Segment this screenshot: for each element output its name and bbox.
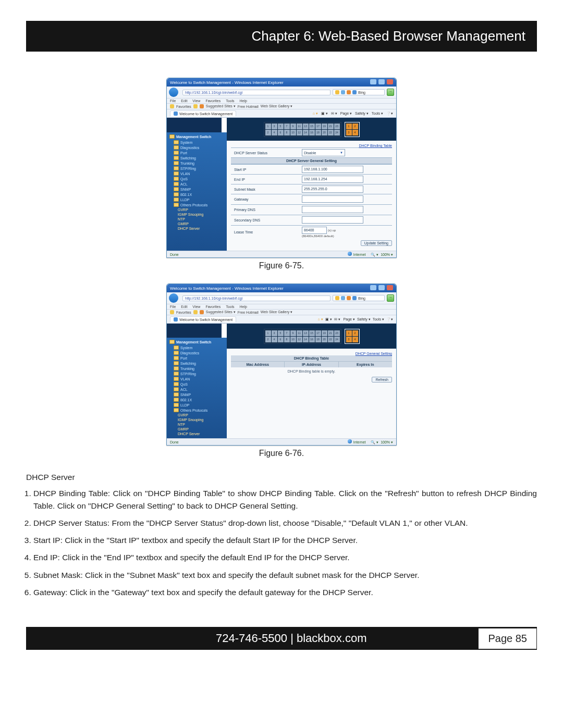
dhcp-general-setting-link[interactable]: DHCP General Setting — [356, 352, 392, 355]
nav-back-icon[interactable] — [169, 293, 178, 303]
mail-icon: ✉ ▾ — [331, 112, 337, 115]
binding-table-title: DHCP Binding Table — [231, 355, 392, 362]
feed-icon: ▣ ▾ — [321, 112, 328, 115]
refresh-button[interactable]: Refresh — [372, 377, 392, 382]
nav-sidebar: Management Switch System Diagnostics Por… — [167, 338, 227, 438]
maximize-icon[interactable] — [378, 79, 385, 84]
status-bar: Done Internet 🔍 ▾ 100% ▾ — [167, 251, 396, 257]
instruction-item: End IP: Click in the "End IP" textbox an… — [33, 551, 537, 563]
sidebar-subitem[interactable]: GVRP — [169, 207, 224, 212]
sidebar-item[interactable]: Port — [169, 150, 224, 155]
sidebar-item[interactable]: ACL — [169, 387, 224, 392]
subnet-mask-input[interactable]: 255.255.255.0 — [302, 186, 363, 193]
sidebar-item[interactable]: VLAN — [169, 376, 224, 381]
search-box[interactable]: Bing — [333, 295, 385, 301]
sidebar-item[interactable]: 802.1X — [169, 192, 224, 197]
menu-bar[interactable]: FileEditViewFavoritesToolsHelp — [167, 304, 396, 310]
close-icon[interactable] — [387, 285, 393, 290]
window-title: Welcome to Switch Management - Windows I… — [170, 80, 284, 85]
minimize-icon[interactable] — [370, 285, 376, 290]
sidebar-item[interactable]: STP/Ring — [169, 166, 224, 171]
end-ip-input[interactable]: 192.168.1.254 — [302, 176, 363, 183]
sidebar-item[interactable]: Switching — [169, 361, 224, 366]
sidebar-item[interactable]: Trunking — [169, 366, 224, 371]
update-setting-button[interactable]: Update Setting — [361, 240, 392, 246]
sidebar-item[interactable]: System — [169, 345, 224, 350]
sidebar-item[interactable]: Trunking — [169, 161, 224, 166]
maximize-icon[interactable] — [378, 285, 385, 290]
figure-6-75: Welcome to Switch Management - Windows I… — [26, 78, 537, 270]
chapter-title: Chapter 6: Web-Based Browser Management — [26, 21, 537, 52]
nav-back-icon[interactable] — [169, 88, 178, 97]
browser-tab[interactable]: Welcome to Switch Management — [170, 316, 236, 322]
sidebar-item[interactable]: LLDP — [169, 197, 224, 202]
sidebar-item[interactable]: System — [169, 140, 224, 145]
sidebar-item[interactable]: 802.1X — [169, 397, 224, 402]
browser-tab[interactable]: Welcome to Switch Management — [170, 110, 236, 116]
group-title: DHCP Server General Setting — [231, 157, 392, 164]
lease-time-input[interactable]: 86400 — [302, 227, 327, 234]
brand-logo — [167, 324, 222, 338]
body-text: DHCP Server DHCP Binding Table: Click on… — [26, 471, 537, 598]
sidebar-item[interactable]: Others Protocols — [169, 408, 224, 413]
sidebar-item[interactable]: SNMP — [169, 187, 224, 192]
dhcp-binding-table-link[interactable]: DHCP Binding Table — [359, 144, 392, 147]
sidebar-item[interactable]: VLAN — [169, 171, 224, 176]
footer-contact: 724-746-5500 | blackbox.com — [26, 632, 478, 645]
star-icon — [170, 104, 174, 108]
instruction-item: DHCP Server Status: From the "DHCP Serve… — [33, 517, 537, 529]
port-panel: 1357911131517192123 24681012141618202224… — [227, 324, 396, 349]
sidebar-header: Management Switch — [169, 134, 224, 139]
sidebar-item[interactable]: LLDP — [169, 402, 224, 408]
instruction-item: Start IP: Click in the "Start IP" textbo… — [33, 534, 537, 546]
secondary-dns-input[interactable] — [302, 216, 363, 224]
sidebar-item[interactable]: QoS — [169, 381, 224, 387]
window-titlebar: Welcome to Switch Management - Windows I… — [167, 78, 396, 87]
brand-logo — [167, 118, 222, 132]
favorites-bar[interactable]: Favorites Suggested Sites ▾ Free Hotmail… — [167, 104, 396, 109]
primary-dns-input[interactable] — [302, 206, 363, 213]
menu-bar[interactable]: FileEditViewFavoritesToolsHelp — [167, 98, 396, 104]
sidebar-subitem[interactable]: NTP — [169, 217, 224, 221]
favorites-bar[interactable]: Favorites Suggested Sites ▾Free HotmailW… — [167, 310, 396, 315]
search-box[interactable]: Bing — [333, 89, 385, 95]
icon-a — [335, 90, 339, 94]
go-button[interactable]: → — [387, 294, 394, 302]
home-icon: ⌂ ▾ — [313, 112, 318, 115]
minimize-icon[interactable] — [370, 79, 376, 84]
gateway-input[interactable] — [302, 195, 363, 203]
suggested-icon — [200, 104, 204, 108]
status-bar: Done Internet 🔍 ▾ 100% ▾ — [167, 438, 396, 445]
sidebar-item[interactable]: Diagnostics — [169, 145, 224, 150]
star-icon — [193, 104, 198, 108]
sidebar-subitem[interactable]: IGMP Snooping — [169, 212, 224, 217]
sidebar-item[interactable]: Diagnostics — [169, 350, 224, 355]
go-button[interactable]: → — [387, 89, 394, 96]
binding-table-empty: DHCP Binding table is empty. — [231, 367, 392, 375]
globe-icon — [348, 252, 352, 256]
address-bar[interactable]: http://192.168.1.10/cgi-bin/webif.cgi — [182, 90, 331, 95]
sidebar-subitem[interactable]: GMRP — [169, 221, 224, 226]
sidebar-item[interactable]: Port — [169, 355, 224, 361]
status-label: DHCP Server Status — [231, 150, 300, 156]
instruction-item: Gateway: Click in the "Gateway" text box… — [33, 586, 537, 598]
close-icon[interactable] — [387, 79, 393, 84]
ie-toolbar[interactable]: ⌂ ▾ ▣ ▾ ✉ ▾ Page ▾ Safety ▾ Tools ▾ ❔▾ — [311, 112, 393, 116]
sidebar-item[interactable]: QoS — [169, 176, 224, 181]
sidebar-item[interactable]: Switching — [169, 155, 224, 161]
status-select[interactable]: Disable▼ — [302, 149, 345, 156]
sidebar-item[interactable]: SNMP — [169, 392, 224, 397]
instruction-item: Subnet Mask: Click in the "Subnet Mask" … — [33, 569, 537, 581]
sidebar-subitem[interactable]: DHCP Server — [169, 226, 224, 231]
sidebar-item[interactable]: ACL — [169, 181, 224, 187]
sidebar-item[interactable]: STP/Ring — [169, 371, 224, 376]
icon-b — [341, 90, 345, 94]
address-bar[interactable]: http://192.168.1.10/cgi-bin/webif.cgi — [182, 295, 331, 301]
sidebar-item[interactable]: Others Protocols — [169, 202, 224, 207]
start-ip-input[interactable]: 192.168.1.100 — [302, 166, 363, 173]
section-heading: DHCP Server — [26, 471, 537, 483]
ie-toolbar[interactable]: ⌂ ▾▣ ▾✉ ▾ Page ▾Safety ▾Tools ▾❔▾ — [316, 317, 393, 322]
page-footer: 724-746-5500 | blackbox.com Page 85 — [26, 627, 537, 650]
help-icon: ❔▾ — [386, 112, 393, 115]
window-titlebar: Welcome to Switch Management - Windows I… — [167, 284, 396, 292]
